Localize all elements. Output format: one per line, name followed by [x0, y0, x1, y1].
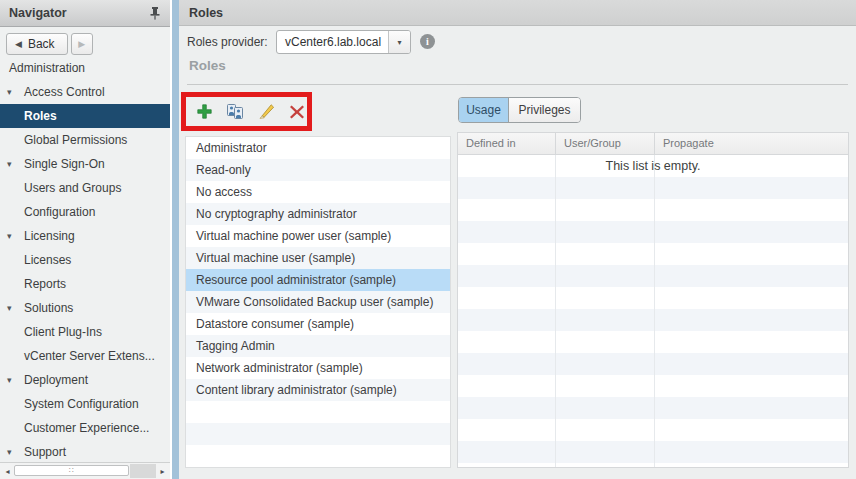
usage-table-cell	[556, 287, 655, 309]
roles-list: AdministratorRead-onlyNo accessNo crypto…	[185, 136, 451, 468]
content-titlebar: Roles	[179, 0, 856, 26]
back-button[interactable]: ◀ Back	[6, 33, 68, 55]
info-icon[interactable]: i	[420, 34, 435, 49]
tab-usage[interactable]: Usage	[459, 98, 508, 122]
role-row[interactable]: Virtual machine user (sample)	[186, 247, 450, 269]
navigator-hscrollbar[interactable]: ◂ ∷ ▸	[0, 462, 170, 479]
scroll-left-icon[interactable]: ◂	[1, 463, 14, 479]
usage-table-cell	[655, 353, 848, 375]
collapse-arrow-icon[interactable]: ▾	[7, 80, 12, 104]
role-row[interactable]: Virtual machine power user (sample)	[186, 225, 450, 247]
usage-privileges-tabs: UsagePrivileges	[458, 97, 581, 123]
role-name: Content library administrator (sample)	[196, 383, 397, 397]
role-name: Network administrator (sample)	[196, 361, 363, 375]
roles-provider-label: Roles provider:	[187, 26, 268, 59]
back-button-label: Back	[28, 37, 55, 51]
role-row[interactable]: VMware Consolidated Backup user (sample)	[186, 291, 450, 313]
usage-table-header: Defined inUser/GroupPropagate	[458, 133, 848, 155]
usage-table-cell	[655, 331, 848, 353]
column-header-propagate[interactable]: Propagate	[655, 133, 848, 154]
scrollbar-track[interactable]	[130, 464, 156, 478]
column-header-user-group[interactable]: User/Group	[556, 133, 655, 154]
role-row[interactable]: No cryptography administrator	[186, 203, 450, 225]
collapse-arrow-icon[interactable]: ▾	[7, 224, 12, 248]
sidebar-item-vcenter-server-extens[interactable]: vCenter Server Extens...	[0, 344, 170, 368]
clone-role-icon[interactable]	[226, 103, 244, 120]
chevron-down-icon[interactable]: ▾	[388, 31, 410, 53]
usage-table-row	[458, 353, 848, 375]
sidebar-item-label: Single Sign-On	[24, 157, 105, 171]
roles-content-panel: Roles Roles provider: vCenter6.lab.local…	[179, 0, 856, 479]
role-row[interactable]: Network administrator (sample)	[186, 357, 450, 379]
role-row[interactable]: Content library administrator (sample)	[186, 379, 450, 401]
role-row-empty[interactable]	[186, 445, 450, 467]
usage-table-cell	[556, 199, 655, 221]
collapse-arrow-icon[interactable]: ▾	[7, 440, 12, 464]
usage-table-cell	[655, 375, 848, 397]
navigator-titlebar: Navigator	[0, 0, 170, 27]
role-row[interactable]: Tagging Admin	[186, 335, 450, 357]
sidebar-item-label: Deployment	[24, 373, 88, 387]
usage-table-row	[458, 265, 848, 287]
back-arrow-icon: ◀	[15, 39, 22, 49]
usage-table-row	[458, 243, 848, 265]
sidebar-item-licensing[interactable]: ▾Licensing	[0, 224, 170, 248]
sidebar-item-administration[interactable]: Administration	[0, 56, 170, 80]
usage-table-body: This list is empty.	[458, 155, 848, 468]
collapse-arrow-icon[interactable]: ▾	[7, 368, 12, 392]
collapse-arrow-icon[interactable]: ▾	[7, 296, 12, 320]
role-row-empty[interactable]	[186, 401, 450, 423]
sidebar-item-solutions[interactable]: ▾Solutions	[0, 296, 170, 320]
sidebar-item-label: Licenses	[24, 253, 71, 267]
sidebar-item-deployment[interactable]: ▾Deployment	[0, 368, 170, 392]
tab-privileges[interactable]: Privileges	[508, 98, 580, 122]
usage-table-cell	[655, 243, 848, 265]
sidebar-item-label: Client Plug-Ins	[24, 325, 102, 339]
role-name: Tagging Admin	[196, 339, 275, 353]
usage-table-cell	[458, 309, 556, 331]
usage-table-cell	[556, 397, 655, 419]
scrollbar-thumb[interactable]: ∷	[14, 465, 129, 476]
sidebar-item-label: Licensing	[24, 229, 75, 243]
delete-role-icon[interactable]	[288, 103, 306, 120]
role-row[interactable]: Datastore consumer (sample)	[186, 313, 450, 335]
role-row[interactable]: No access	[186, 181, 450, 203]
sidebar-item-system-configuration[interactable]: System Configuration	[0, 392, 170, 416]
column-header-defined-in[interactable]: Defined in	[458, 133, 556, 154]
forward-button[interactable]: ▶	[71, 33, 93, 55]
usage-table-row	[458, 309, 848, 331]
usage-table-cell	[458, 441, 556, 463]
usage-table-cell	[655, 441, 848, 463]
roles-provider-row: Roles provider: vCenter6.lab.local ▾ i	[179, 26, 856, 59]
page-title: Roles	[189, 6, 223, 20]
roles-provider-dropdown[interactable]: vCenter6.lab.local ▾	[276, 30, 411, 54]
sidebar-item-reports[interactable]: Reports	[0, 272, 170, 296]
sidebar-item-customer-experience[interactable]: Customer Experience...	[0, 416, 170, 440]
scroll-right-icon[interactable]: ▸	[156, 463, 169, 479]
pin-icon[interactable]	[149, 6, 161, 20]
sidebar-item-client-plug-ins[interactable]: Client Plug-Ins	[0, 320, 170, 344]
usage-table-cell	[458, 243, 556, 265]
sidebar-item-licenses[interactable]: Licenses	[0, 248, 170, 272]
role-row[interactable]: Resource pool administrator (sample)	[186, 269, 450, 291]
sidebar-item-global-permissions[interactable]: Global Permissions	[0, 128, 170, 152]
usage-table-row	[458, 463, 848, 468]
panel-divider[interactable]	[170, 0, 179, 479]
role-row[interactable]: Administrator	[186, 137, 450, 159]
edit-role-icon[interactable]	[257, 103, 275, 120]
sidebar-item-roles[interactable]: Roles	[0, 104, 170, 128]
usage-table-row	[458, 419, 848, 441]
sidebar-item-support[interactable]: ▾Support	[0, 440, 170, 464]
sidebar-item-configuration[interactable]: Configuration	[0, 200, 170, 224]
add-role-icon[interactable]	[195, 103, 213, 120]
usage-table-cell	[655, 419, 848, 441]
collapse-arrow-icon[interactable]: ▾	[7, 152, 12, 176]
role-name: Resource pool administrator (sample)	[196, 273, 396, 287]
sidebar-item-users-and-groups[interactable]: Users and Groups	[0, 176, 170, 200]
role-row-empty[interactable]	[186, 423, 450, 445]
usage-table-cell	[556, 309, 655, 331]
role-row[interactable]: Read-only	[186, 159, 450, 181]
usage-table-row	[458, 177, 848, 199]
sidebar-item-single-sign-on[interactable]: ▾Single Sign-On	[0, 152, 170, 176]
sidebar-item-access-control[interactable]: ▾Access Control	[0, 80, 170, 104]
